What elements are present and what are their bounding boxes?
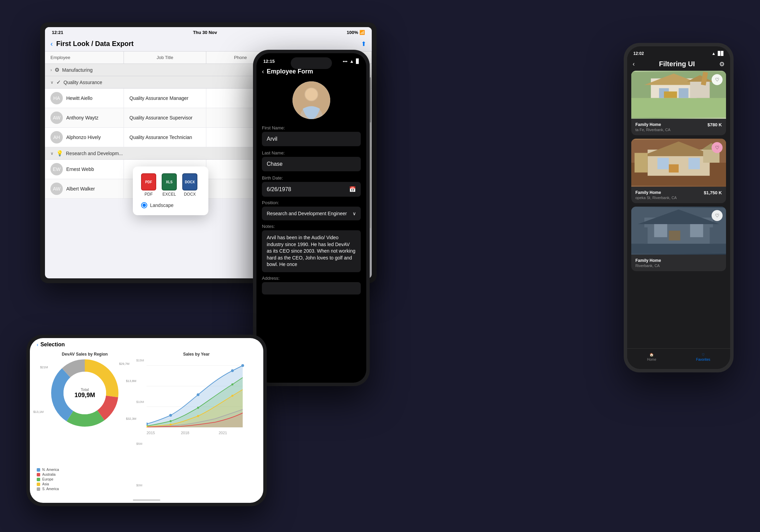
property-card[interactable]: ♡ Family Home opeka St, Riverbank, CA $1… (631, 139, 726, 203)
rd-icon: 💡 (56, 150, 63, 157)
re-status-bar: 12:02 ▲ ▊▊ (627, 46, 730, 57)
chart-back-button[interactable]: ‹ (37, 342, 38, 347)
docx-format[interactable]: DOCX DOCX (182, 173, 197, 197)
legend-asia: N. America (37, 468, 133, 472)
chevron-down-icon: ∨ (50, 151, 54, 156)
landscape-option[interactable]: Landscape (141, 202, 200, 208)
property-info: Family Home ta Fe, Riverbank, CA $780 K (631, 119, 726, 135)
notes-textarea[interactable]: Arvil has been in the Audio/ Video indus… (262, 230, 361, 272)
radio-landscape[interactable] (141, 202, 147, 208)
birth-date-label: Birth Date: (262, 175, 361, 181)
employee-name: Hewitt Aiello (66, 95, 92, 101)
svg-text:2021: 2021 (219, 431, 227, 435)
dots-icon: ••• (343, 59, 347, 64)
legend-sa: S. America (37, 487, 133, 491)
first-name-input[interactable] (262, 132, 361, 146)
group-label: Research and Developm... (66, 151, 123, 156)
legend-dot-sa (37, 487, 40, 491)
re-back-button[interactable]: ‹ (633, 60, 635, 68)
svg-point-3 (305, 88, 318, 101)
favorite-button[interactable]: ♡ (712, 210, 723, 221)
job-title: Quality Assurance Manager (124, 89, 206, 108)
svg-text:2015: 2015 (147, 431, 155, 435)
pdf-format[interactable]: PDF PDF (141, 173, 156, 197)
chart-page-title: Selection (41, 342, 65, 348)
svg-rect-30 (669, 231, 680, 241)
svg-rect-18 (657, 158, 669, 169)
donut-total-label: Total (74, 388, 95, 392)
legend-label: S. America (42, 487, 59, 491)
iphone-chart-screen: ‹ Selection DevAV Sales by Region (30, 338, 263, 503)
iphone-form-content: First Name: Last Name: Birth Date: 6/26/… (256, 78, 366, 299)
donut-total: Total 109,9M (74, 388, 95, 399)
property-info: Family Home opeka St, Riverbank, CA $1,7… (631, 187, 726, 203)
iphone-back-button[interactable]: ‹ (262, 68, 264, 75)
line-title: Sales by Year (136, 352, 256, 357)
pdf-icon: PDF (141, 173, 156, 190)
property-type: Family Home (635, 258, 661, 263)
first-name-label: First Name: (262, 125, 361, 130)
birth-date-value: 6/26/1978 (267, 186, 291, 193)
line-chart-svg: 2015 2018 2021 (147, 359, 256, 462)
status-icons: ••• ▲ ▊ (343, 59, 359, 64)
re-nav-home[interactable]: 🏠 Home (647, 353, 656, 361)
ipad-status-bar: 12:21 Thu 30 Nov 100% 📶 (45, 27, 372, 38)
scroll-track[interactable] (370, 77, 371, 228)
svg-rect-5 (631, 98, 726, 118)
svg-rect-23 (635, 153, 648, 172)
favorite-button[interactable]: ♡ (712, 142, 723, 153)
scroll-thumb[interactable] (370, 77, 371, 123)
ipad-back-button[interactable]: ‹ (50, 40, 53, 48)
svg-rect-9 (679, 88, 689, 98)
ipad-upload-icon[interactable]: ⬆ (361, 40, 366, 48)
chevron-down-icon: ∨ (50, 80, 54, 85)
re-header: ‹ Filtering UI ⚙ (627, 57, 730, 71)
svg-text:2018: 2018 (181, 431, 189, 435)
legend-dot-na (37, 468, 40, 472)
legend-label: Asia (42, 482, 49, 486)
svg-point-46 (231, 369, 234, 372)
re-nav-favorites[interactable]: ♡ Favorites (696, 353, 710, 361)
avatar: AW (50, 112, 63, 124)
svg-point-54 (197, 415, 199, 417)
export-formats: PDF PDF XLS EXCEL DOCX DOCX (141, 173, 200, 197)
pdf-label: PDF (145, 192, 153, 197)
iphone-page-title: Employee Form (267, 68, 313, 75)
scene: 12:21 Thu 30 Nov 100% 📶 ‹ First Look / D… (20, 15, 740, 517)
svg-rect-19 (689, 158, 700, 169)
ipad-page-title: First Look / Data Export (56, 40, 134, 48)
svg-rect-29 (690, 224, 703, 237)
col-employee: Employee (45, 51, 124, 63)
last-name-input[interactable] (262, 157, 361, 171)
position-select[interactable]: Research and Development Engineer ∨ (262, 207, 361, 220)
iphone-right-screen: 12:02 ▲ ▊▊ ‹ Filtering UI ⚙ (627, 46, 730, 369)
legend-dot-eu (37, 478, 40, 481)
svg-point-49 (170, 420, 172, 422)
calendar-icon[interactable]: 📅 (349, 186, 356, 193)
avatar: AW (50, 183, 63, 195)
address-input[interactable] (262, 282, 361, 294)
birth-date-input[interactable]: 6/26/1978 📅 (262, 182, 361, 197)
employee-name: Albert Walker (66, 186, 95, 192)
property-card[interactable]: ♡ Family Home Riverbank, CA (631, 207, 726, 271)
home-label: Home (647, 358, 656, 361)
ipad-battery: 100% 📶 (347, 30, 365, 35)
excel-format[interactable]: XLS EXCEL (162, 173, 177, 197)
chevron-down-icon: ∨ (353, 211, 356, 216)
manufacturing-icon: ⚙ (55, 67, 59, 73)
property-card[interactable]: ♡ Family Home ta Fe, Riverbank, CA $780 … (631, 71, 726, 135)
favorite-button[interactable]: ♡ (712, 74, 723, 85)
donut-section: DevAV Sales by Region (37, 352, 133, 494)
docx-icon: DOCX (182, 173, 197, 190)
legend-australia: Australia (37, 473, 133, 476)
home-bar (133, 499, 160, 501)
qa-icon: ✓ (56, 79, 61, 85)
battery-icon: ▊ (356, 59, 359, 64)
property-price: $780 K (707, 122, 722, 127)
notes-label: Notes: (262, 224, 361, 229)
excel-icon: XLS (162, 173, 177, 190)
iphone-chart-device: ‹ Selection DevAV Sales by Region (26, 335, 267, 506)
avatar: AH (50, 131, 63, 143)
filter-icon[interactable]: ⚙ (719, 60, 725, 68)
property-address: Riverbank, CA (635, 264, 661, 268)
